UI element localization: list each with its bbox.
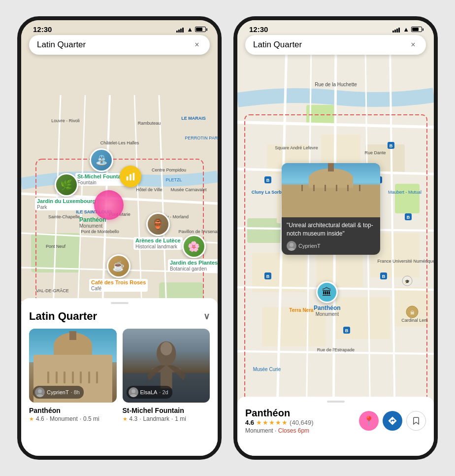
pantheon-pin-sub: Monument [316,311,339,317]
search-bar-right[interactable]: Latin Quarter × [245,35,426,55]
time-right: 12:30 [249,25,268,34]
status-icons-left: ▲ [176,26,206,33]
svg-point-36 [38,389,42,393]
map-right[interactable]: Rue de la Huchette Square André Lefevre … [237,20,434,456]
svg-text:B: B [407,215,410,220]
pin-action-button[interactable]: 📍 [359,411,379,431]
pantheon-pin-label: Panthéon [314,305,341,311]
card-title-row: Panthéon 4.6 ★ ★ ★ ★ ★ (40,649) Monument… [245,408,426,434]
distance-pantheon: 0.5 mi [83,415,99,422]
place-card-pantheon[interactable]: CyprienT · 8h Panthéon ★ 4.6 · Monument … [29,329,117,422]
place-card-stmichel[interactable]: ElsaLA · 2d St-Michel Fountain ★ 4.3 · L… [123,329,210,422]
svg-rect-48 [247,218,282,243]
time-left: 12:30 [33,25,52,34]
closes-text: Closes 6pm [278,427,309,434]
svg-text:B: B [345,328,349,333]
separator-2: · [80,415,81,422]
svg-text:VAL-DE-GRÂCE: VAL-DE-GRÂCE [36,288,69,293]
chevron-down-icon[interactable]: ∨ [203,311,210,322]
battery-icon-right [411,27,422,32]
map-pin-plantes[interactable]: 🌸 Jardin des Plantes Botanical garden [168,235,218,272]
status-bar-left: 12:30 ▲ [21,20,218,35]
card-img-stmichel: ElsaLA · 2d [123,329,210,403]
svg-point-103 [288,248,295,251]
card-name-stmichel: St-Michel Fountain [123,407,210,414]
svg-point-37 [36,394,43,397]
star-3: ★ [269,419,275,426]
pantheon-pin-right[interactable]: 🏛 Panthéon Monument [314,281,341,317]
card-sub-row: Monument · Closes 6pm [245,427,314,434]
svg-rect-35 [133,173,135,181]
pink-blob-pin[interactable] [94,190,124,220]
tooltip-user-name: CyprienT [298,243,321,249]
card-meta-pantheon: ★ 4.6 · Monument · 0.5 mi [29,415,117,422]
map-pin-cafe[interactable]: ☕ Café des Trois Roses Café [89,254,148,292]
svg-point-46 [130,394,137,397]
map-pin-luxembourg[interactable]: 🌿 Jardin du Luxembourg Park [35,173,98,210]
bookmark-icon [412,416,421,425]
svg-text:B: B [390,143,393,148]
user-avatar-cyprien [35,387,45,397]
svg-text:France Université Numérique (F: France Université Numérique (Fun) [377,259,434,264]
svg-text:🎓: 🎓 [405,279,410,284]
rating-num: 4.6 [245,419,254,426]
star-2: ★ [262,419,268,426]
bookmark-action-button[interactable] [406,411,426,431]
card-info: Panthéon 4.6 ★ ★ ★ ★ ★ (40,649) Monument… [245,408,314,434]
search-close-left[interactable]: × [192,40,202,50]
signal-icon-left [176,27,184,33]
tooltip-img [282,163,380,217]
pin-label-cafe: Café des Trois Roses [91,279,146,285]
svg-text:Rue de la Huchette: Rue de la Huchette [315,82,357,87]
star-icon-pantheon: ★ [29,416,34,422]
analytics-pin[interactable] [120,166,141,187]
card-user-badge-pantheon: CyprienT · 8h [33,386,84,399]
svg-point-44 [160,342,172,356]
user-avatar-elsa [129,387,138,397]
svg-text:B: B [266,178,270,183]
directions-action-button[interactable] [383,411,402,431]
time-badge-pantheon: · 8h [71,389,80,395]
bottom-card-right: Panthéon 4.6 ★ ★ ★ ★ ★ (40,649) Monument… [237,397,434,456]
card-img-pantheon: CyprienT · 8h [29,329,117,403]
tooltip-quote: "Unreal architectural detail & top-notch… [287,221,375,238]
user-name-elsa: ElsaLA [140,389,158,395]
star-1: ★ [256,419,262,426]
map-tooltip-pantheon[interactable]: "Unreal architectural detail & top-notch… [282,163,380,255]
type-pantheon: Monument [50,415,78,422]
sheet-title-row: Latin Quarter ∨ [29,310,210,323]
card-type: Monument [245,427,273,434]
search-query-right: Latin Quarter [253,40,302,50]
svg-text:LE MARAIS: LE MARAIS [181,116,206,121]
svg-text:Rambuteau: Rambuteau [138,121,161,126]
svg-text:Centre Pompidou: Centre Pompidou [152,168,186,172]
svg-rect-49 [395,184,420,213]
svg-text:PERROTIN PARIS: PERROTIN PARIS [185,136,218,140]
search-bar-left[interactable]: Latin Quarter × [29,35,210,55]
pin-label-plantes: Jardin des Plantes [170,260,218,266]
svg-text:B: B [382,274,386,279]
svg-point-45 [131,389,135,393]
rating-count: (40,649) [290,419,313,426]
star-4: ★ [275,419,281,426]
distance-stmichel: 1 mi [175,415,186,422]
search-close-right[interactable]: × [408,40,418,50]
card-handle-right[interactable] [327,401,345,403]
svg-text:Cardinal Lem: Cardinal Lem [401,318,428,323]
svg-text:Maubert - Mutual: Maubert - Mutual [388,190,422,195]
svg-text:Musée Curie: Musée Curie [253,367,281,372]
map-pin-pantheon[interactable]: Panthéon Monument [79,216,106,229]
svg-text:Pavillon de l'Arsenal: Pavillon de l'Arsenal [179,229,218,234]
wifi-icon-left: ▲ [187,26,193,33]
rating-pantheon: 4.6 [36,415,44,422]
pin-label-luxembourg: Jardin du Luxembourg [37,198,96,204]
svg-text:Sainte-Chapelle: Sainte-Chapelle [48,214,80,219]
svg-text:Louvre - Rivoli: Louvre - Rivoli [51,118,80,123]
wifi-icon-right: ▲ [403,26,409,33]
svg-rect-33 [127,176,129,180]
svg-text:Pont de Montebello: Pont de Montebello [81,229,119,234]
separator-4: · [171,415,173,422]
sheet-title-text: Latin Quarter [29,310,97,323]
sheet-handle[interactable] [111,302,129,304]
svg-text:Châtelet-Les Halles: Châtelet-Les Halles [100,140,139,145]
